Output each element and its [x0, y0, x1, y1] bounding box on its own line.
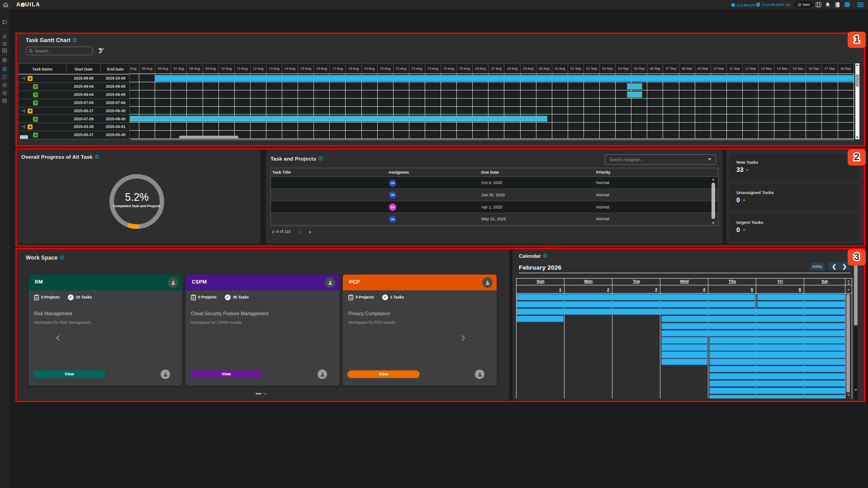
calendar-day-number[interactable]: 2 [564, 286, 609, 293]
stat-card-new-tasks[interactable]: New Tasks 33 [729, 154, 859, 180]
calendar-day-header-fri[interactable]: Fri [756, 278, 804, 285]
calendar-day-number[interactable]: 3 [612, 286, 657, 293]
sidebar-item-shield-user[interactable] [2, 91, 7, 95]
calendar-event-bar[interactable] [661, 351, 707, 358]
sidebar-item-bank[interactable] [2, 66, 7, 71]
calendar-grid-scroll-down-icon[interactable] [847, 394, 850, 396]
stat-card-unassigned-tasks[interactable]: Unassigned Tasks 0 [729, 184, 859, 210]
workspace-card-cspm[interactable]: CSPM 0 Projects ✓35 Tasks Cloud Security… [185, 275, 339, 386]
calendar-day-number[interactable]: 6 [756, 286, 801, 293]
pagination-prev-icon[interactable]: ‹ [299, 228, 301, 235]
filter-off-button[interactable] [98, 47, 104, 54]
calendar-event-bar[interactable] [709, 366, 845, 372]
gantt-row-left[interactable]: 2025-07-292025-08-30 [19, 115, 130, 123]
calendar-grid-scroll-thumb[interactable] [846, 294, 850, 393]
calendar-event-bar[interactable] [517, 316, 564, 322]
gantt-row-left[interactable]: 2025-07-032025-07-04 [19, 99, 130, 107]
workspace-info-icon[interactable]: i [60, 256, 64, 260]
menu-button[interactable] [857, 2, 863, 7]
world-button[interactable] [844, 1, 850, 8]
sidebar-item-star[interactable] [2, 34, 7, 39]
gantt-row-left[interactable]: 2025-09-042025-09-05 [19, 91, 130, 99]
task-assignee-avatar[interactable]: ZN [389, 216, 396, 223]
carousel-dash[interactable] [263, 393, 267, 394]
gantt-hscroll-line[interactable] [131, 139, 854, 140]
docs-button[interactable] [835, 2, 840, 8]
sidebar-item-database[interactable] [2, 99, 7, 103]
language-pill[interactable]: ENG [795, 1, 812, 8]
calendar-day-header-tue[interactable]: Tue [612, 278, 660, 285]
calendar-grid-scroll-up3-icon[interactable] [847, 289, 850, 290]
workspace-member-avatar[interactable] [475, 370, 484, 379]
workspace-card-rm[interactable]: RM 0 Projects ✓23 Tasks Risk Management … [28, 275, 182, 386]
apps-button[interactable] [816, 2, 821, 8]
calendar-event-bar[interactable] [661, 337, 707, 343]
row-expander-icon[interactable] [21, 109, 26, 113]
carousel-next-button[interactable]: › [460, 329, 466, 345]
tasks-info-icon[interactable]: i [318, 156, 323, 161]
gantt-row-left[interactable]: 2025-05-272025-05-30 [19, 131, 130, 139]
calendar-day-header-sat[interactable]: Sat [804, 278, 845, 285]
gantt-info-icon[interactable]: i [73, 38, 77, 42]
calendar-event-bar[interactable] [661, 359, 707, 365]
home-button[interactable] [3, 2, 9, 8]
calendar-prev-icon[interactable]: ❮ [832, 262, 836, 270]
calendar-day-number[interactable]: 1 [517, 286, 561, 293]
calendar-day-header-mon[interactable]: Mon [564, 278, 612, 285]
sidebar-item-compass[interactable] [2, 83, 7, 87]
calendar-event-bar[interactable] [709, 373, 845, 379]
workspace-view-button[interactable]: View [190, 370, 262, 378]
gantt-row-left[interactable]: 2025-08-062025-10-09 [19, 75, 130, 83]
gantt-bar[interactable] [627, 83, 643, 90]
progress-info-icon[interactable]: i [95, 155, 99, 159]
gantt-vscroll-down-icon[interactable] [856, 137, 859, 138]
carousel-prev-button[interactable]: ‹ [55, 329, 61, 345]
tasks-scroll-down-icon[interactable] [712, 222, 715, 224]
pagination-next-icon[interactable]: › [309, 228, 311, 235]
gantt-row-left[interactable]: 2025-03-282025-04-01 [19, 123, 130, 131]
tasks-scrollbar[interactable] [711, 177, 716, 226]
calendar-day-header-sun[interactable]: Sun [517, 278, 564, 285]
calendar-panel-scrollbar[interactable] [854, 250, 858, 400]
calendar-day-number[interactable]: 4 [660, 286, 705, 293]
tasks-row[interactable]: KAApr 1, 2025Normal [271, 201, 718, 213]
gantt-vscroll-up-icon[interactable] [856, 64, 859, 66]
calendar-event-bar[interactable] [709, 395, 845, 398]
calendar-event-bar[interactable] [709, 344, 845, 351]
gantt-bar[interactable] [627, 91, 643, 98]
brand-logo[interactable]: AUILA [16, 1, 40, 8]
gantt-bar[interactable] [155, 75, 854, 81]
calendar-event-bar[interactable] [661, 316, 845, 322]
calendar-event-bar[interactable] [517, 294, 755, 300]
gantt-bar[interactable] [130, 116, 547, 122]
stat-card-urgent-tasks[interactable]: Urgent Tasks 0 [729, 214, 859, 241]
row-expander-icon[interactable] [21, 124, 26, 129]
calendar-event-bar[interactable] [757, 294, 845, 300]
calendar-grid-scroll-up2-icon[interactable] [847, 283, 850, 285]
gantt-vscrollbar[interactable] [855, 63, 859, 139]
sidebar-item-menu-list[interactable] [2, 42, 7, 46]
calendar-info-icon[interactable]: i [543, 254, 547, 258]
sidebar-item-globe[interactable] [2, 58, 7, 62]
sidebar-item-panel-left[interactable] [2, 20, 7, 24]
calendar-event-bar[interactable] [517, 308, 845, 315]
calendar-event-bar[interactable] [709, 337, 845, 343]
sidebar-item-shield[interactable] [2, 75, 7, 79]
workspace-card-pcp[interactable]: PCP 0 Projects ✓1 Tasks Privacy Complian… [343, 275, 497, 386]
calendar-event-bar[interactable] [709, 351, 845, 358]
calendar-event-bar[interactable] [661, 344, 707, 351]
tasks-row[interactable]: ZNMay 31, 2025Normal [271, 213, 718, 225]
calendar-day-number[interactable]: 5 [708, 286, 753, 293]
assignee-select[interactable]: Search Assignee... [605, 154, 716, 165]
calendar-day-header-wed[interactable]: Wed [660, 278, 708, 285]
task-assignee-avatar[interactable]: KA [389, 204, 396, 211]
workspace-header-avatar[interactable] [168, 277, 178, 288]
workspace-member-avatar[interactable] [318, 370, 327, 379]
tasks-row[interactable]: ZNJun 30, 2025Normal [271, 189, 718, 201]
gantt-hscroll-corner[interactable] [20, 135, 28, 139]
gantt-hscroll-thumb[interactable] [179, 136, 238, 139]
tasks-scroll-thumb[interactable] [711, 183, 715, 219]
calendar-panel-scroll-down-icon[interactable] [854, 389, 857, 391]
sidebar-item-layout-grid[interactable] [2, 48, 7, 53]
calendar-event-bar[interactable] [661, 330, 845, 336]
